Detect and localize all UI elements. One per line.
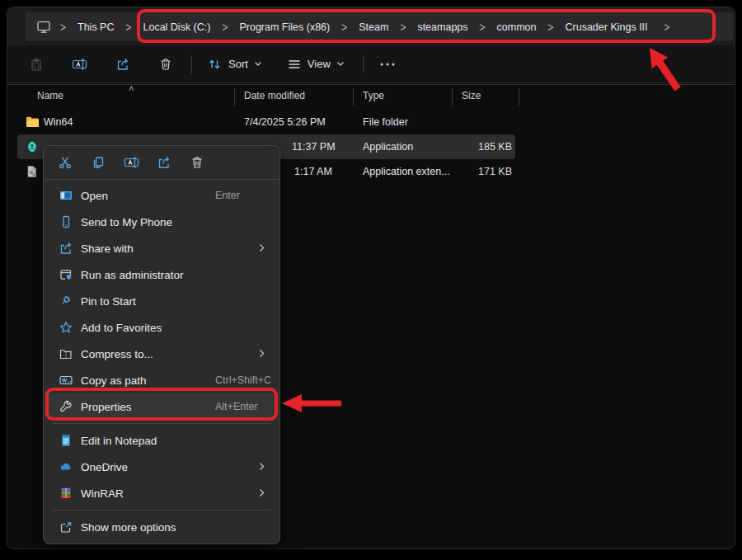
star-icon	[59, 320, 73, 335]
menu-divider	[52, 510, 271, 511]
column-separator[interactable]	[234, 87, 235, 106]
delete-button[interactable]	[150, 50, 181, 78]
file-size: 185 KB	[438, 134, 512, 159]
command-bar: Sort View	[7, 45, 735, 83]
menu-item-edit-in-notepad[interactable]: Edit in Notepad	[47, 427, 276, 454]
address-bar: > This PC > Local Disk (C:) > Program Fi…	[7, 7, 735, 45]
context-menu-quick-actions	[44, 146, 279, 179]
breadcrumb-program-files[interactable]: Program Files (x86)	[234, 19, 335, 35]
shortcut-label: Alt+Enter	[215, 401, 258, 412]
breadcrumb-this-pc[interactable]: This PC	[73, 19, 119, 35]
wrench-icon	[59, 399, 73, 414]
menu-item-run-as-administrator[interactable]: Run as administrator	[47, 261, 276, 288]
breadcrumb-chevron-icon: >	[393, 20, 412, 35]
sort-ascending-icon: ˄	[129, 83, 134, 93]
column-header-row: ˄ Name Date modified Type Size	[7, 84, 735, 107]
menu-item-add-to-favorites[interactable]: Add to Favorites	[47, 314, 276, 341]
delete-button[interactable]	[181, 150, 214, 175]
column-separator[interactable]	[353, 87, 354, 106]
submenu-chevron-icon	[259, 349, 265, 358]
menu-item-pin-to-start[interactable]: Pin to Start	[47, 288, 276, 314]
context-menu: Open Enter Send to My Phone Share with R…	[43, 145, 280, 544]
rename-button[interactable]	[63, 50, 96, 78]
menu-item-copy-as-path[interactable]: Copy as path Ctrl+Shift+C	[47, 367, 276, 393]
dll-file-icon	[26, 165, 38, 178]
column-header-size[interactable]: Size	[462, 90, 481, 101]
breadcrumb-common[interactable]: common	[492, 19, 542, 35]
submenu-chevron-icon	[259, 243, 265, 252]
copy-button[interactable]	[82, 150, 115, 175]
ellipsis-icon	[378, 57, 397, 72]
column-header-type[interactable]: Type	[363, 90, 384, 101]
file-type: File folder	[363, 110, 408, 134]
menu-item-onedrive[interactable]: OneDrive	[47, 454, 276, 480]
rename-button[interactable]	[115, 150, 148, 175]
column-separator[interactable]	[452, 87, 453, 106]
share-button[interactable]	[107, 50, 139, 78]
file-date: 7/4/2025 5:26 PM	[244, 110, 326, 134]
submenu-chevron-icon	[259, 488, 265, 497]
sort-button[interactable]: Sort	[199, 50, 270, 78]
view-icon	[287, 57, 302, 72]
menu-item-compress-to[interactable]: Compress to...	[47, 341, 276, 367]
view-button[interactable]: View	[279, 50, 353, 78]
copy-path-icon	[59, 373, 73, 388]
file-type: Application	[363, 134, 413, 159]
paste-icon	[29, 57, 44, 72]
share-button[interactable]	[148, 150, 181, 175]
more-options-button[interactable]	[370, 50, 405, 78]
chevron-down-icon	[254, 61, 262, 67]
column-header-name[interactable]: Name	[37, 90, 63, 101]
show-more-icon	[59, 520, 73, 534]
menu-item-show-more-options[interactable]: Show more options	[47, 514, 276, 540]
submenu-chevron-icon	[259, 462, 265, 471]
file-type: Application exten...	[363, 159, 450, 184]
toolbar-separator	[363, 55, 364, 73]
cut-button[interactable]	[49, 150, 82, 175]
breadcrumb[interactable]: > This PC > Local Disk (C:) > Program Fi…	[26, 12, 733, 41]
breadcrumb-chevron-icon: >	[335, 20, 354, 35]
folder-icon	[26, 115, 40, 129]
menu-item-winrar[interactable]: WinRAR	[47, 480, 276, 506]
phone-icon	[59, 214, 73, 229]
breadcrumb-chevron-icon: >	[542, 20, 561, 35]
file-name: Win64	[44, 110, 73, 134]
notepad-icon	[59, 433, 73, 448]
menu-item-properties[interactable]: Properties Alt+Enter	[47, 393, 276, 420]
pin-icon	[59, 294, 73, 308]
breadcrumb-chevron-icon: >	[473, 20, 492, 35]
paste-button[interactable]	[21, 50, 52, 78]
screenshot-root: { "breadcrumb": { "root": "This PC", "it…	[0, 0, 742, 560]
file-date: 1:17 AM	[294, 159, 332, 184]
menu-divider	[52, 423, 271, 424]
breadcrumb-steam[interactable]: Steam	[354, 19, 393, 35]
breadcrumb-chevron-icon: >	[658, 20, 677, 35]
sort-icon	[207, 57, 223, 72]
shortcut-label: Ctrl+Shift+C	[215, 374, 271, 386]
breadcrumb-crusader-kings[interactable]: Crusader Kings III	[561, 19, 653, 35]
table-row-win64[interactable]: Win64 7/4/2025 5:26 PM File folder	[17, 110, 515, 134]
open-icon	[59, 188, 73, 203]
zip-folder-icon	[59, 346, 73, 361]
this-pc-icon	[35, 20, 52, 35]
trash-icon	[158, 57, 173, 72]
sort-label: Sort	[228, 58, 248, 70]
shortcut-label: Enter	[215, 190, 240, 201]
breadcrumb-chevron-icon: >	[54, 20, 73, 35]
file-size: 171 KB	[438, 159, 512, 184]
share-icon	[59, 241, 73, 256]
breadcrumb-local-disk[interactable]: Local Disk (C:)	[138, 19, 215, 35]
menu-item-send-to-phone[interactable]: Send to My Phone	[47, 209, 276, 235]
ck3-app-icon	[26, 140, 39, 153]
menu-item-open[interactable]: Open Enter	[47, 182, 276, 209]
column-separator[interactable]	[519, 87, 519, 106]
breadcrumb-steamapps[interactable]: steamapps	[412, 19, 472, 35]
breadcrumb-chevron-icon: >	[119, 20, 138, 35]
column-header-date[interactable]: Date modified	[244, 90, 305, 101]
share-icon	[115, 57, 130, 72]
breadcrumb-chevron-icon: >	[215, 20, 234, 35]
admin-shield-icon	[59, 267, 73, 282]
chevron-down-icon	[336, 61, 345, 67]
menu-item-share-with[interactable]: Share with	[47, 235, 276, 261]
file-size	[438, 110, 512, 134]
